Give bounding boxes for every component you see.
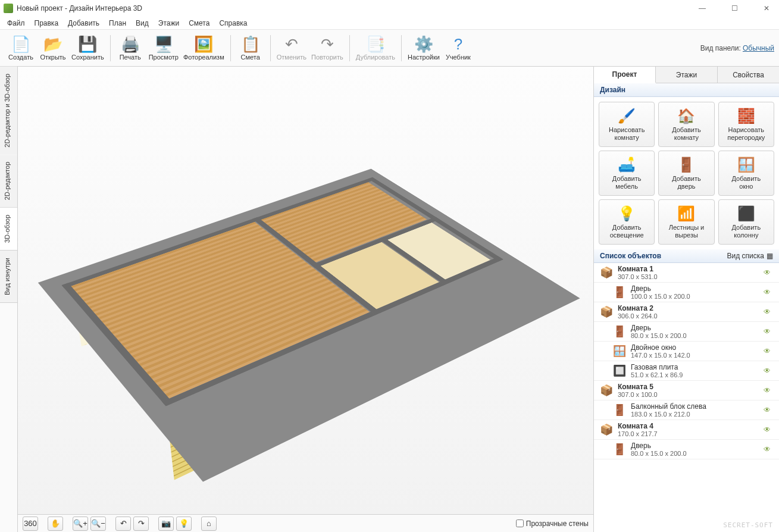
design-add-room[interactable]: 🏠Добавить комнату	[658, 102, 714, 147]
view-btn-4[interactable]: ↶	[115, 517, 131, 531]
rtab-2[interactable]: Свойства	[718, 67, 779, 83]
photoreal-icon: 🖼️	[195, 35, 212, 53]
object-item-1[interactable]: 🚪Дверь100.0 x 15.0 x 200.0👁	[594, 283, 779, 302]
object-icon: 🚪	[612, 324, 627, 339]
panel-type-link[interactable]: Обычный	[743, 44, 774, 52]
design-add-column[interactable]: ⬛Добавить колонну	[718, 199, 774, 245]
visibility-toggle[interactable]: 👁	[764, 445, 774, 453]
object-item-3[interactable]: 🚪Дверь80.0 x 15.0 x 200.0👁	[594, 322, 779, 342]
add-window-icon: 🪟	[737, 156, 755, 174]
object-item-5[interactable]: 🔲Газовая плита51.0 x 62.1 x 86.9👁	[594, 361, 779, 381]
view-btn-7[interactable]: 💡	[176, 517, 192, 531]
visibility-toggle[interactable]: 👁	[764, 288, 774, 296]
design-add-door[interactable]: 🚪Добавить дверь	[658, 151, 714, 196]
viewport: 360✋🔍+🔍−↶↷📷💡⌂ Прозрачные стены	[18, 67, 593, 532]
design-add-window[interactable]: 🪟Добавить окно	[718, 151, 774, 196]
menu-6[interactable]: Смета	[184, 18, 214, 29]
vtab-inside[interactable]: Вид изнутри	[0, 251, 17, 303]
add-light-icon: 💡	[618, 205, 636, 223]
object-item-2[interactable]: 📦Комната 2306.0 x 264.0👁	[594, 302, 779, 322]
undo-icon: ↶	[283, 35, 301, 53]
tool-settings[interactable]: ⚙️Настройки	[405, 32, 442, 65]
tool-save[interactable]: 💾Сохранить	[69, 32, 107, 65]
object-item-6[interactable]: 📦Комната 5307.0 x 100.0👁	[594, 381, 779, 400]
tool-estimate[interactable]: 📋Смета	[234, 32, 267, 65]
menu-3[interactable]: План	[104, 18, 131, 29]
view-btn-8[interactable]: ⌂	[201, 517, 217, 531]
tool-photoreal[interactable]: 🖼️Фотореализм	[181, 32, 227, 65]
maximize-button[interactable]: ☐	[725, 4, 743, 12]
object-item-4[interactable]: 🪟Двойное окно147.0 x 15.0 x 142.0👁	[594, 342, 779, 361]
visibility-toggle[interactable]: 👁	[764, 386, 774, 395]
visibility-toggle[interactable]: 👁	[764, 347, 774, 355]
visibility-toggle[interactable]: 👁	[764, 268, 774, 277]
view-btn-2[interactable]: 🔍+	[73, 517, 88, 531]
design-header: Дизайн	[594, 83, 779, 97]
object-icon: 🪟	[612, 343, 627, 359]
tool-open[interactable]: 📂Открыть	[37, 32, 69, 65]
object-icon: 🔲	[612, 363, 627, 378]
menu-0[interactable]: Файл	[2, 18, 30, 29]
menu-7[interactable]: Справка	[214, 18, 252, 29]
add-door-icon: 🚪	[677, 156, 695, 174]
menu-1[interactable]: Правка	[30, 18, 64, 29]
object-icon: 📦	[599, 265, 614, 280]
object-item-8[interactable]: 📦Комната 4170.0 x 217.7👁	[594, 420, 779, 440]
duplicate-icon: 📑	[367, 35, 384, 53]
list-view-toggle[interactable]: Вид списка ▦	[727, 252, 773, 260]
objects-header: Список объектов Вид списка ▦	[594, 249, 779, 263]
visibility-toggle[interactable]: 👁	[764, 308, 774, 316]
view-btn-3[interactable]: 🔍−	[90, 517, 106, 531]
rtab-1[interactable]: Этажи	[656, 67, 718, 83]
window-title: Новый проект - Дизайн Интерьера 3D	[17, 4, 142, 12]
draw-room-icon: 🖌️	[618, 107, 636, 125]
object-list: 📦Комната 1307.0 x 531.0👁🚪Дверь100.0 x 15…	[594, 263, 779, 532]
add-furniture-icon: 🛋️	[618, 156, 636, 174]
canvas-3d[interactable]	[18, 67, 593, 514]
save-icon: 💾	[79, 35, 96, 53]
visibility-toggle[interactable]: 👁	[764, 425, 774, 434]
object-icon: 📦	[599, 383, 614, 398]
menu-5[interactable]: Этажи	[154, 18, 184, 29]
create-icon: 📄	[12, 35, 30, 53]
tool-duplicate: 📑Дублировать	[353, 32, 398, 65]
menu-2[interactable]: Добавить	[63, 18, 104, 29]
settings-icon: ⚙️	[415, 35, 433, 53]
object-item-7[interactable]: 🚪Балконный блок слева183.0 x 15.0 x 212.…	[594, 400, 779, 420]
design-draw-partition[interactable]: 🧱Нарисовать перегородку	[718, 102, 774, 147]
object-icon: 🚪	[612, 284, 627, 300]
close-button[interactable]: ✕	[758, 4, 775, 12]
transparent-walls-input[interactable]	[516, 520, 524, 527]
tool-tutorial[interactable]: ?Учебник	[442, 32, 474, 65]
object-icon: 🚪	[612, 442, 627, 457]
tool-print[interactable]: 🖨️Печать	[114, 32, 146, 65]
transparent-walls-checkbox[interactable]: Прозрачные стены	[516, 520, 589, 528]
tool-preview[interactable]: 🖥️Просмотр	[146, 32, 181, 65]
design-add-furniture[interactable]: 🛋️Добавить мебель	[599, 151, 655, 196]
object-icon: 📦	[599, 304, 614, 320]
object-item-9[interactable]: 🚪Дверь80.0 x 15.0 x 200.0👁	[594, 440, 779, 459]
visibility-toggle[interactable]: 👁	[764, 327, 774, 336]
view-btn-1[interactable]: ✋	[48, 517, 63, 531]
menu-4[interactable]: Вид	[131, 18, 154, 29]
design-stairs[interactable]: 📶Лестницы и вырезы	[658, 199, 714, 245]
vtab-edit2d[interactable]: 2D-редактор	[0, 155, 17, 208]
view-btn-0[interactable]: 360	[23, 517, 38, 531]
tool-create[interactable]: 📄Создать	[5, 32, 37, 65]
vtab-view3d[interactable]: 3D-обзор	[0, 208, 17, 251]
design-draw-room[interactable]: 🖌️Нарисовать комнату	[599, 102, 655, 147]
minimize-button[interactable]: —	[693, 4, 711, 12]
view-btn-6[interactable]: 📷	[158, 517, 174, 531]
view-btn-5[interactable]: ↷	[133, 517, 149, 531]
rtab-0[interactable]: Проект	[594, 67, 656, 83]
bottom-toolbar: 360✋🔍+🔍−↶↷📷💡⌂ Прозрачные стены	[18, 514, 593, 532]
vtab-combo[interactable]: 2D-редактор и 3D-обзор	[0, 67, 17, 155]
left-tabs: 2D-редактор и 3D-обзор2D-редактор3D-обзо…	[0, 67, 18, 532]
print-icon: 🖨️	[121, 35, 139, 53]
design-add-light[interactable]: 💡Добавить освещение	[599, 199, 655, 245]
redo-icon: ↷	[318, 35, 336, 53]
visibility-toggle[interactable]: 👁	[764, 367, 774, 375]
object-icon: 🚪	[612, 402, 627, 418]
object-item-0[interactable]: 📦Комната 1307.0 x 531.0👁	[594, 263, 779, 283]
visibility-toggle[interactable]: 👁	[764, 406, 774, 414]
